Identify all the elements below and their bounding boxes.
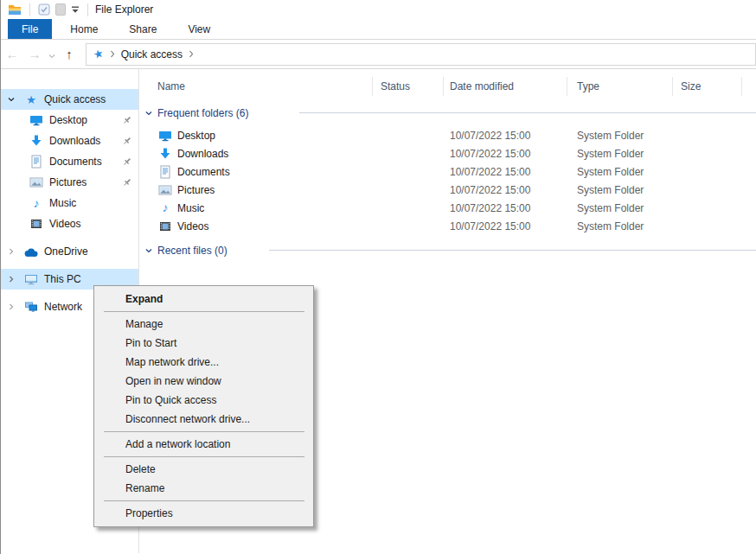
menu-separator bbox=[104, 431, 304, 432]
menu-separator bbox=[104, 311, 304, 312]
chevron-right-icon[interactable] bbox=[7, 302, 17, 311]
menu-item-add-network-location[interactable]: Add a network location bbox=[94, 435, 313, 454]
file-name: Desktop bbox=[177, 127, 215, 145]
breadcrumb-chevron-icon[interactable] bbox=[110, 50, 115, 58]
menu-item-pin-to-start[interactable]: Pin to Start bbox=[94, 334, 313, 353]
tab-view[interactable]: View bbox=[175, 19, 223, 39]
ribbon-tab-bar: File Home Share View bbox=[1, 19, 756, 40]
group-header-frequent-folders[interactable]: Frequent folders (6) bbox=[144, 104, 248, 122]
sidebar-item-label: Music bbox=[49, 197, 76, 209]
column-header-date-modified[interactable]: Date modified bbox=[450, 74, 514, 99]
file-date-modified: 10/07/2022 15:00 bbox=[450, 218, 530, 236]
column-separator[interactable] bbox=[372, 77, 373, 96]
file-date-modified: 10/07/2022 15:00 bbox=[450, 145, 530, 163]
forward-arrow-icon[interactable]: → bbox=[23, 43, 46, 66]
sidebar-item-music[interactable]: ♪ Music bbox=[1, 193, 138, 213]
file-name: Downloads bbox=[177, 145, 228, 163]
qat-customize-caret-icon[interactable] bbox=[68, 1, 82, 18]
file-name: Videos bbox=[177, 218, 208, 236]
chevron-right-icon[interactable] bbox=[7, 247, 17, 256]
sidebar-item-label: Quick access bbox=[44, 93, 106, 105]
menu-item-map-network-drive[interactable]: Map network drive... bbox=[94, 353, 313, 372]
sidebar-item-label: Videos bbox=[49, 218, 80, 230]
column-header-type[interactable]: Type bbox=[577, 74, 599, 99]
column-header-name[interactable]: Name bbox=[157, 74, 185, 99]
qat-newfolder-icon[interactable] bbox=[53, 1, 68, 18]
menu-item-expand[interactable]: Expand bbox=[94, 290, 313, 309]
chevron-down-icon[interactable] bbox=[7, 95, 17, 104]
sidebar-item-label: Downloads bbox=[49, 135, 100, 147]
menu-item-open-in-new-window[interactable]: Open in new window bbox=[94, 372, 313, 391]
file-type: System Folder bbox=[577, 218, 644, 236]
file-row-videos[interactable]: Videos 10/07/2022 15:00 System Folder bbox=[139, 218, 756, 236]
group-header-label: Recent files (0) bbox=[157, 245, 227, 257]
sidebar-item-onedrive[interactable]: OneDrive bbox=[1, 241, 138, 262]
music-note-icon: ♪ bbox=[29, 197, 44, 209]
sidebar-item-label: Documents bbox=[49, 156, 102, 168]
menu-item-manage[interactable]: Manage bbox=[94, 315, 313, 334]
file-row-documents[interactable]: Documents 10/07/2022 15:00 System Folder bbox=[139, 163, 756, 181]
sidebar-item-quick-access[interactable]: ★ Quick access bbox=[1, 89, 138, 110]
sidebar-item-label: Pictures bbox=[49, 176, 86, 188]
videos-icon bbox=[158, 220, 172, 233]
menu-item-rename[interactable]: Rename bbox=[94, 479, 313, 498]
chevron-down-icon bbox=[144, 246, 153, 255]
menu-item-pin-to-quick-access[interactable]: Pin to Quick access bbox=[94, 391, 313, 410]
group-rule bbox=[269, 250, 756, 251]
app-folder-icon bbox=[5, 1, 24, 18]
window-title: File Explorer bbox=[95, 3, 153, 16]
context-menu: Expand Manage Pin to Start Map network d… bbox=[93, 285, 314, 527]
sidebar-item-label: This PC bbox=[44, 273, 81, 285]
pin-icon bbox=[122, 115, 132, 128]
file-type: System Folder bbox=[577, 127, 644, 145]
sidebar-item-desktop[interactable]: Desktop bbox=[1, 110, 138, 131]
address-bar[interactable]: ★ Quick access bbox=[86, 43, 756, 66]
breadcrumb-chevron-icon[interactable] bbox=[189, 50, 194, 58]
file-date-modified: 10/07/2022 15:00 bbox=[450, 163, 530, 181]
desktop-icon bbox=[158, 129, 172, 143]
documents-icon bbox=[158, 165, 172, 179]
pin-icon bbox=[122, 136, 132, 149]
documents-icon bbox=[29, 155, 44, 169]
recent-locations-chevron-icon[interactable] bbox=[46, 43, 58, 66]
column-header-status[interactable]: Status bbox=[381, 74, 410, 99]
file-name: Pictures bbox=[177, 181, 215, 200]
group-header-label: Frequent folders (6) bbox=[157, 107, 248, 119]
file-date-modified: 10/07/2022 15:00 bbox=[450, 200, 530, 218]
group-header-recent-files[interactable]: Recent files (0) bbox=[144, 241, 227, 259]
chevron-right-icon[interactable] bbox=[7, 275, 17, 283]
sidebar-item-downloads[interactable]: Downloads bbox=[1, 131, 138, 151]
pin-icon bbox=[122, 177, 132, 190]
file-row-pictures[interactable]: Pictures 10/07/2022 15:00 System Folder bbox=[139, 181, 756, 200]
sidebar-item-videos[interactable]: Videos bbox=[1, 213, 138, 234]
pictures-icon bbox=[29, 175, 44, 189]
file-row-downloads[interactable]: Downloads 10/07/2022 15:00 System Folder bbox=[139, 145, 756, 163]
column-separator[interactable] bbox=[443, 77, 444, 96]
menu-item-delete[interactable]: Delete bbox=[94, 460, 313, 479]
back-arrow-icon[interactable]: ← bbox=[1, 43, 23, 66]
column-separator[interactable] bbox=[567, 77, 567, 96]
tab-share[interactable]: Share bbox=[116, 19, 170, 39]
file-type: System Folder bbox=[577, 145, 644, 163]
qat-properties-icon[interactable] bbox=[35, 1, 53, 18]
pictures-icon bbox=[158, 183, 172, 197]
file-row-music[interactable]: ♪ Music 10/07/2022 15:00 System Folder bbox=[139, 200, 756, 218]
downloads-icon bbox=[29, 134, 44, 148]
breadcrumb-quick-access[interactable]: Quick access bbox=[121, 48, 183, 60]
menu-item-disconnect-network-drive[interactable]: Disconnect network drive... bbox=[94, 410, 313, 429]
tab-file[interactable]: File bbox=[8, 19, 52, 39]
up-arrow-icon[interactable]: ↑ bbox=[58, 43, 80, 66]
file-row-desktop[interactable]: Desktop 10/07/2022 15:00 System Folder bbox=[139, 127, 756, 145]
desktop-icon bbox=[29, 113, 44, 127]
sidebar-item-documents[interactable]: Documents bbox=[1, 151, 138, 172]
titlebar-separator bbox=[87, 3, 88, 16]
column-header-size[interactable]: Size bbox=[681, 74, 701, 99]
sidebar-item-pictures[interactable]: Pictures bbox=[1, 172, 138, 193]
column-separator[interactable] bbox=[672, 77, 673, 96]
column-separator[interactable] bbox=[741, 77, 742, 96]
tab-home[interactable]: Home bbox=[57, 19, 111, 39]
file-explorer-window: File Explorer File Home Share View ← → ↑… bbox=[0, 0, 756, 554]
chevron-down-icon bbox=[144, 109, 153, 118]
file-type: System Folder bbox=[577, 181, 644, 200]
menu-item-properties[interactable]: Properties bbox=[94, 504, 313, 523]
